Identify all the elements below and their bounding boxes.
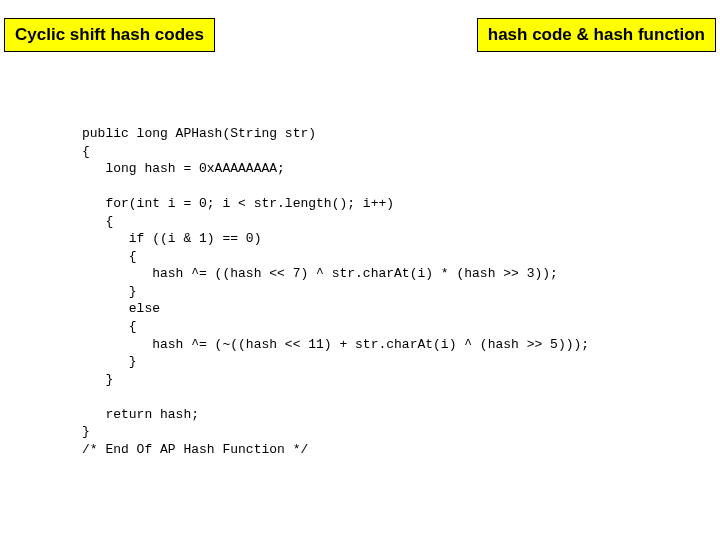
slide-tag: hash code & hash function [488, 25, 705, 44]
code-block: public long APHash(String str) { long ha… [82, 125, 589, 458]
slide-title-box: Cyclic shift hash codes [4, 18, 215, 52]
slide-tag-box: hash code & hash function [477, 18, 716, 52]
slide-title: Cyclic shift hash codes [15, 25, 204, 44]
slide: Cyclic shift hash codes hash code & hash… [0, 0, 720, 540]
